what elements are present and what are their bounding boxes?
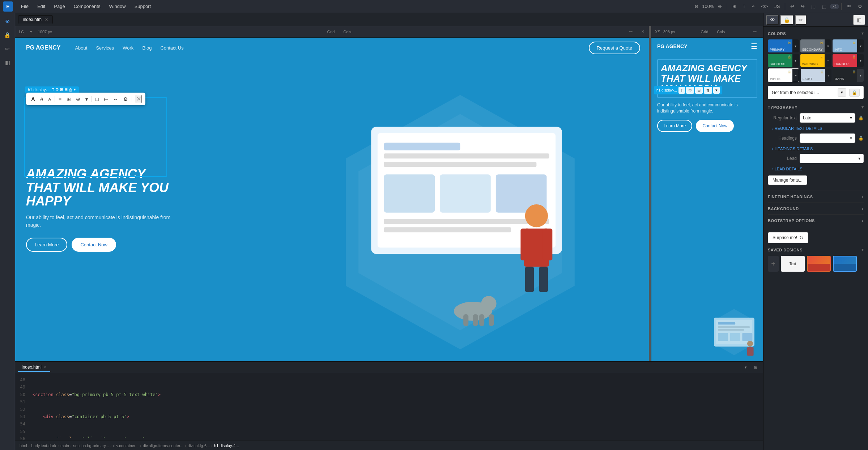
menu-page[interactable]: Page: [50, 2, 68, 10]
background-accordion[interactable]: BACKGROUND ›: [768, 203, 864, 215]
toolbar-zoom-out[interactable]: ⊖: [692, 3, 701, 10]
saved-design-text[interactable]: Text: [781, 256, 805, 272]
mobile-el-text[interactable]: T: [678, 87, 685, 94]
grid-btn-mobile[interactable]: Grid: [698, 29, 711, 35]
mobile-el-settings[interactable]: ⚙: [686, 87, 694, 94]
toolbar-cursor[interactable]: ⌖: [749, 3, 757, 10]
light-swatch[interactable]: LIGHT 🔒: [801, 69, 825, 82]
success-swatch[interactable]: SUCCESS 🔒: [768, 54, 792, 67]
regular-text-details-link[interactable]: › REGULAR TEXT DETAILS: [768, 126, 864, 131]
white-swatch-arrow[interactable]: ▾: [792, 69, 799, 82]
rp-tab-side-btn[interactable]: ◧: [853, 15, 865, 25]
get-from-arrow[interactable]: ▾: [838, 88, 846, 97]
typography-chevron[interactable]: ▾: [861, 105, 864, 110]
tab-index-html[interactable]: index.html ✕: [18, 15, 53, 24]
lead-select[interactable]: ▾: [800, 154, 864, 163]
regular-text-lock[interactable]: 🔒: [858, 115, 864, 120]
edit-btn-desktop[interactable]: ✏: [626, 29, 635, 35]
toolbar-js[interactable]: JS: [771, 3, 783, 10]
grid-btn-desktop[interactable]: Grid: [324, 29, 338, 35]
info-swatch-arrow[interactable]: ▾: [857, 39, 864, 52]
toolbar-text[interactable]: T: [740, 3, 749, 10]
get-from-selected-btn[interactable]: Get from the selected i... ▾ 🔒: [768, 86, 864, 99]
toolbar-export[interactable]: ⬚: [808, 3, 818, 10]
toolbar-undo[interactable]: ↩: [787, 3, 797, 10]
secondary-swatch-arrow[interactable]: ▾: [825, 39, 831, 52]
success-swatch-arrow[interactable]: ▾: [792, 54, 799, 67]
el-toolbar-close[interactable]: ✕: [136, 95, 142, 103]
el-toolbar-border[interactable]: □: [94, 95, 100, 103]
light-swatch-arrow[interactable]: ▾: [825, 69, 831, 82]
surprise-me-btn[interactable]: Surprise me! ↻: [768, 232, 808, 243]
get-from-lock[interactable]: 🔒: [849, 89, 860, 97]
info-swatch[interactable]: INFO 🔒: [833, 39, 857, 52]
dark-swatch-arrow[interactable]: ▾: [857, 69, 864, 82]
el-toolbar-italic[interactable]: A: [39, 95, 45, 102]
bc-main[interactable]: main: [60, 443, 69, 448]
toolbar-zoom-in[interactable]: ⊕: [715, 3, 725, 10]
saved-design-warm[interactable]: [807, 256, 831, 272]
font-select-regular[interactable]: Lato ▾: [800, 113, 855, 123]
toolbar-grid[interactable]: ⊞: [729, 3, 739, 10]
tab-close-icon[interactable]: ✕: [45, 17, 48, 22]
el-toolbar-more1[interactable]: ▾: [84, 95, 89, 103]
headings-details-link[interactable]: › HEADINGS DETAILS: [768, 147, 864, 151]
danger-swatch-arrow[interactable]: ▾: [857, 54, 864, 67]
close-btn-desktop[interactable]: ✕: [638, 29, 647, 35]
left-panel-side[interactable]: ◧: [2, 57, 13, 68]
warning-swatch[interactable]: WARNING 🔒: [800, 54, 825, 67]
saved-design-blue[interactable]: [833, 256, 857, 272]
left-panel-eye[interactable]: 👁: [2, 16, 13, 27]
primary-swatch[interactable]: PRIMARY 🔒: [768, 39, 792, 52]
nav-cta-btn[interactable]: Request a Quote: [589, 42, 640, 54]
mobile-el-more[interactable]: ▾: [713, 87, 720, 94]
primary-swatch-arrow[interactable]: ▾: [792, 39, 799, 52]
bc-container[interactable]: div.container...: [113, 443, 139, 448]
bc-h1[interactable]: h1.display-4...: [214, 443, 239, 448]
el-toolbar-options[interactable]: ⚙: [122, 95, 129, 103]
toolbar-view-toggle[interactable]: 👁: [844, 3, 854, 10]
bc-row[interactable]: div.align-items-center...: [143, 443, 183, 448]
breakpoint-lg-dropdown[interactable]: ▾: [27, 29, 35, 35]
bc-body[interactable]: body.text-dark: [31, 443, 56, 448]
hero-learn-more-btn[interactable]: Learn More: [26, 238, 67, 252]
secondary-swatch[interactable]: SECONDARY 🔒: [800, 39, 825, 52]
toolbar-redo[interactable]: ↪: [798, 3, 808, 10]
mobile-viewport[interactable]: PG AGENCY ☰ h1.display-... T ⚙ ⊞ 🗑 ▾: [651, 38, 763, 361]
finetune-headings-accordion[interactable]: FINETUNE HEADINGS ›: [768, 191, 864, 203]
dark-swatch[interactable]: DARK 🔒: [833, 69, 857, 82]
cols-btn-mobile[interactable]: Cols: [714, 29, 728, 35]
menu-file[interactable]: File: [17, 2, 32, 10]
left-panel-pen[interactable]: ✏: [2, 43, 13, 54]
white-swatch[interactable]: WHITE 🔒: [768, 69, 792, 82]
desktop-viewport[interactable]: A A A ≡ ⊞ ⊕ ▾ □ ⊢ ↔ ⚙: [15, 38, 651, 361]
el-toolbar-grid[interactable]: ⊞: [65, 95, 72, 103]
warning-swatch-arrow[interactable]: ▾: [825, 54, 831, 67]
nav-blog[interactable]: Blog: [142, 45, 152, 51]
rp-tab-pen[interactable]: ✏: [795, 15, 807, 25]
cols-btn-desktop[interactable]: Cols: [340, 29, 354, 35]
code-tab-close[interactable]: ✕: [44, 365, 47, 369]
mobile-hamburger[interactable]: ☰: [751, 42, 757, 51]
bc-col[interactable]: div.col-lg-6...: [188, 443, 210, 448]
toolbar-preview[interactable]: ⬚: [819, 3, 829, 10]
toolbar-settings[interactable]: ⚙: [855, 3, 865, 10]
manage-fonts-btn[interactable]: Manage fonts...: [768, 175, 807, 185]
el-toolbar-align-center[interactable]: ↔: [112, 95, 120, 103]
mobile-learn-more-btn[interactable]: Learn More: [657, 120, 692, 132]
menu-support[interactable]: Support: [131, 2, 155, 10]
code-tab-index[interactable]: index.html ✕: [18, 363, 50, 372]
saved-design-add-btn[interactable]: +: [768, 256, 779, 272]
el-toolbar-bold[interactable]: A: [30, 95, 37, 103]
menu-edit[interactable]: Edit: [34, 2, 49, 10]
colors-chevron[interactable]: ▾: [861, 31, 864, 36]
code-panel-expand[interactable]: ⊞: [751, 364, 760, 370]
el-toolbar-align-left[interactable]: ⊢: [102, 95, 110, 103]
rp-tab-eye[interactable]: 👁: [766, 15, 779, 25]
nav-contact[interactable]: Contact Us: [160, 45, 183, 51]
edit-btn-mobile[interactable]: ✏: [750, 29, 760, 35]
code-panel-collapse[interactable]: ▾: [742, 364, 750, 370]
lead-details-link[interactable]: › LEAD DETAILS: [768, 167, 864, 171]
menu-window[interactable]: Window: [105, 2, 129, 10]
mobile-contact-btn[interactable]: Contact Now: [696, 120, 734, 132]
